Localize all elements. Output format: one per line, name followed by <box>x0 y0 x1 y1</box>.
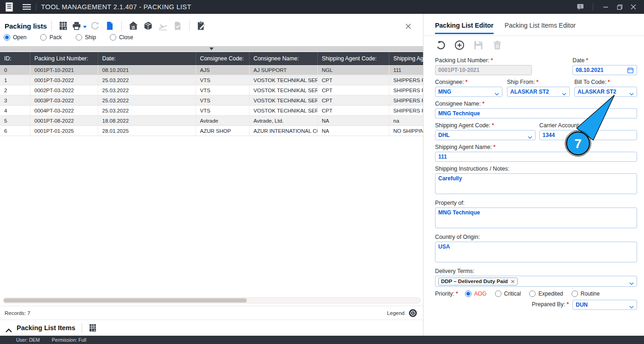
table-cell[interactable]: 25.03.2022 <box>98 95 196 106</box>
bill-to-code-select[interactable]: ALASKAR ST2 <box>574 87 637 97</box>
table-cell[interactable]: AJ SUPPORT <box>249 65 317 75</box>
table-cell[interactable]: VOSTOK TECHNIKAL SERVICES <box>249 106 317 116</box>
table-cell[interactable]: CPT <box>317 106 389 116</box>
column-header[interactable]: Consignee Name: <box>249 53 317 65</box>
table-cell[interactable]: SHIPPERS RESPO <box>389 95 423 106</box>
filter-radio-ship[interactable]: Ship <box>76 34 96 41</box>
table-cell[interactable]: 0001PT-10-2021 <box>30 65 98 75</box>
table-cell[interactable]: VTS <box>196 106 249 116</box>
table-cell[interactable]: 0001PT-01-2025 <box>30 126 98 136</box>
tab-packing-list-items-editor[interactable]: Packing List Items Editor <box>505 22 576 34</box>
table-cell[interactable]: CPT <box>317 85 389 95</box>
legend-button[interactable] <box>408 308 417 318</box>
table-row[interactable]: 10001PT-03-202225.03.2022VTSVOSTOK TECHN… <box>0 75 423 85</box>
filter-panel-collapse-strip[interactable] <box>0 46 423 52</box>
table-row[interactable]: 60001PT-01-202528.01.2025AZUR SHOPAZUR I… <box>0 126 423 136</box>
table-cell[interactable]: CPT <box>317 95 389 106</box>
priority-radio-aog[interactable]: AOG <box>465 291 487 297</box>
priority-radio-critical[interactable]: Critical <box>495 291 521 297</box>
table-cell[interactable]: 111 <box>389 65 423 75</box>
date-field[interactable]: 08.10.2021 <box>572 65 637 75</box>
column-header[interactable]: Shipping Agent Code: <box>317 53 389 65</box>
table-cell[interactable]: 2 <box>0 85 30 95</box>
table-cell[interactable]: Avtrade <box>196 116 249 126</box>
horizontal-scrollbar[interactable] <box>3 297 421 303</box>
country-of-origin-field[interactable]: USA <box>435 242 637 262</box>
notification-icon[interactable]: ! <box>574 1 586 12</box>
table-cell[interactable]: NGL <box>317 65 389 75</box>
scrollbar-thumb[interactable] <box>4 298 247 302</box>
column-header[interactable]: Shipping Agent Name: <box>389 53 423 65</box>
priority-radio-routine[interactable]: Routine <box>572 291 600 297</box>
table-cell[interactable]: 0 <box>0 65 30 75</box>
table-cell[interactable]: 0003PT-03-2022 <box>30 95 98 106</box>
table-cell[interactable]: NO SHIPPING A <box>389 126 423 136</box>
column-header[interactable]: Date: <box>98 53 196 65</box>
collapse-chevron-icon[interactable] <box>6 326 12 330</box>
table-cell[interactable]: VOSTOK TECHNIKAL SERVICES <box>249 95 317 106</box>
remove-chip-icon[interactable] <box>511 279 515 284</box>
table-cell[interactable]: 0002PT-03-2022 <box>30 85 98 95</box>
table-cell[interactable]: AZUR SHOP <box>196 126 249 136</box>
filter-radio-open[interactable]: Open <box>4 34 26 41</box>
table-cell[interactable]: AZUR INTERNATIONAL COMP... <box>249 126 317 136</box>
consignee-select[interactable]: MNG <box>435 87 502 97</box>
calendar-icon[interactable] <box>627 67 634 74</box>
prepared-by-select[interactable]: DUN <box>572 300 637 310</box>
table-cell[interactable]: 6 <box>0 126 30 136</box>
edit-clipboard-button[interactable] <box>194 19 209 33</box>
table-cell[interactable]: VTS <box>196 85 249 95</box>
table-cell[interactable]: SHIPPERS RESPO <box>389 106 423 116</box>
table-cell[interactable]: 28.01.2025 <box>98 126 196 136</box>
table-cell[interactable]: 0001PT-08-2022 <box>30 116 98 126</box>
table-cell[interactable]: VTS <box>196 95 249 106</box>
table-row[interactable]: 30003PT-03-202225.03.2022VTSVOSTOK TECHN… <box>0 95 423 106</box>
table-cell[interactable]: 25.03.2022 <box>98 106 196 116</box>
property-of-field[interactable]: MNG Technique <box>435 208 637 228</box>
column-header[interactable]: Packing List Number: <box>30 53 98 65</box>
reload-button[interactable] <box>435 40 446 51</box>
table-cell[interactable]: VOSTOK TECHNIKAL SERVICES <box>249 85 317 95</box>
priority-radio-expedited[interactable]: Expedited <box>529 291 563 297</box>
table-cell[interactable]: Avtrade, Ltd. <box>249 116 317 126</box>
carrier-account-field[interactable]: 1344 <box>539 130 637 140</box>
table-cell[interactable]: VOSTOK TECHNIKAL SERVICES <box>249 75 317 85</box>
table-cell[interactable]: VTS <box>196 75 249 85</box>
filter-radio-close[interactable]: Close <box>110 34 133 41</box>
table-cell[interactable]: 5 <box>0 116 30 126</box>
menu-icon[interactable] <box>22 4 31 10</box>
package-button[interactable] <box>141 19 155 33</box>
print-button[interactable] <box>71 19 88 33</box>
table-cell[interactable]: AJS <box>196 65 249 75</box>
export-excel-button[interactable]: x <box>56 19 71 33</box>
minimize-icon[interactable] <box>600 1 612 12</box>
shipping-instructions-field[interactable]: Carefully <box>435 173 637 194</box>
table-cell[interactable]: 08.10.2021 <box>98 65 196 75</box>
column-header[interactable]: ID: <box>0 53 30 65</box>
column-header[interactable]: Consignee Code: <box>196 53 249 65</box>
table-cell[interactable]: NA <box>317 116 389 126</box>
table-cell[interactable]: 25.03.2022 <box>98 85 196 95</box>
close-icon[interactable] <box>627 1 639 12</box>
table-cell[interactable]: 0004PT-03-2022 <box>30 106 98 116</box>
table-row[interactable]: 00001PT-10-202108.10.2021AJSAJ SUPPORTNG… <box>0 65 423 75</box>
table-cell[interactable]: 4 <box>0 106 30 116</box>
add-button[interactable] <box>454 40 465 51</box>
new-document-button[interactable] <box>102 19 117 33</box>
table-cell[interactable]: 18.08.2022 <box>98 116 196 126</box>
table-row[interactable]: 40004PT-03-202225.03.2022VTSVOSTOK TECHN… <box>0 106 423 116</box>
table-cell[interactable]: CPT <box>317 75 389 85</box>
table-cell[interactable]: na <box>389 116 423 126</box>
table-cell[interactable]: NA <box>317 126 389 136</box>
restore-icon[interactable] <box>614 1 626 12</box>
tab-packing-list-editor[interactable]: Packing List Editor <box>435 22 494 34</box>
close-view-button[interactable] <box>402 20 414 32</box>
table-row[interactable]: 50001PT-08-202218.08.2022AvtradeAvtrade,… <box>0 116 423 126</box>
table-cell[interactable]: 3 <box>0 95 30 106</box>
table-row[interactable]: 20002PT-03-202225.03.2022VTSVOSTOK TECHN… <box>0 85 423 95</box>
shipping-agent-code-select[interactable]: DHL <box>435 130 536 140</box>
shipping-agent-name-field[interactable]: 111 <box>435 152 637 162</box>
consignee-name-field[interactable]: MNG Technique <box>435 108 637 119</box>
table-cell[interactable]: 0001PT-03-2022 <box>30 75 98 85</box>
table-cell[interactable]: 1 <box>0 75 30 85</box>
